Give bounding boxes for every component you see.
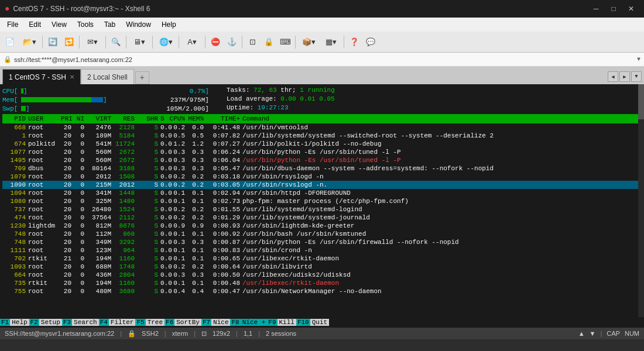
table-row[interactable]: 1077 root 20 0 560M 2672 S 0.0 0.3 0.3 0…: [2, 148, 642, 156]
col-shr-header[interactable]: SHR: [137, 115, 160, 122]
col-pri-header[interactable]: PRI: [61, 115, 74, 122]
toolbar-anchor-button[interactable]: ⚓: [224, 35, 239, 50]
menu-edit[interactable]: Edit: [24, 19, 46, 30]
table-row[interactable]: 1111 root 20 0 123M 964 S 0.0 0.1 0.1 0:…: [2, 246, 642, 254]
toolbar-find2-button[interactable]: 🔁: [61, 35, 77, 50]
addr-dropdown-icon[interactable]: ▼: [637, 56, 640, 63]
toolbar-chat-button[interactable]: 💬: [363, 35, 378, 50]
toolbar-search-button[interactable]: 🔍: [108, 35, 124, 50]
table-row[interactable]: 702 rtkit 21 0 194M 1160 S 0.0 0.1 0.1 0…: [2, 254, 642, 263]
cpu: 0.1: [169, 247, 187, 254]
fkey-f1-num[interactable]: F1: [0, 319, 10, 326]
toolbar-keyboard-button[interactable]: ⌨: [278, 35, 293, 50]
status-arrow-up[interactable]: ▲: [578, 330, 585, 337]
menu-tools[interactable]: Tools: [73, 19, 98, 30]
scrollbar[interactable]: [638, 84, 644, 317]
table-row[interactable]: 755 root 20 0 480M 3680 S 0.0 0.4 0.4 0:…: [2, 287, 642, 295]
fkey-f8-num[interactable]: F8: [230, 319, 240, 326]
col-virt-header[interactable]: VIRT: [87, 115, 114, 122]
table-row[interactable]: 1094 root 20 0 341M 1448 S 0.0 0.1 0.1 0…: [2, 189, 642, 197]
tab-nav-next[interactable]: ▶: [619, 71, 630, 82]
toolbar-globe-button[interactable]: 🌐▾: [155, 35, 176, 50]
col-command-header[interactable]: Command: [242, 115, 640, 122]
table-row[interactable]: 1230 lightdm 20 0 812M 8676 S 0.0 0.9 0.…: [2, 222, 642, 230]
toolbar-font-button[interactable]: A▾: [181, 35, 203, 50]
toolbar-help-button[interactable]: ❓: [347, 35, 362, 50]
col-cpu-header[interactable]: CPU%: [169, 115, 187, 122]
toolbar-open-button[interactable]: 📂▾: [19, 35, 40, 50]
menu-window[interactable]: Window: [121, 19, 156, 30]
terminal[interactable]: CPU[ ] 0.7%] Mem[ ] 237M/975M] Swp[ ]: [0, 84, 644, 317]
fkey-f2-num[interactable]: F2: [29, 319, 39, 326]
fkey-f3-num[interactable]: F3: [62, 319, 72, 326]
toolbar-new-button[interactable]: 📄: [2, 35, 18, 50]
table-row[interactable]: 664 root 20 0 436M 2804 S 0.0 0.3 0.3 0:…: [2, 271, 642, 279]
fkey-f4-num[interactable]: F4: [99, 319, 109, 326]
toolbar-compose-button[interactable]: ✉▾: [82, 35, 103, 50]
menu-tab[interactable]: Tab: [100, 19, 120, 30]
toolbar-lock-button[interactable]: 🔒: [261, 35, 276, 50]
toolbar-find-button[interactable]: 🔄: [45, 35, 60, 50]
col-mem-header[interactable]: MEM%: [187, 115, 206, 122]
tab-nav-prev[interactable]: ◀: [608, 71, 618, 82]
col-time-header[interactable]: TIME+: [206, 115, 242, 122]
table-row[interactable]: 1093 root 20 0 688M 1748 S 0.0 0.2 0.2 0…: [2, 263, 642, 271]
table-row[interactable]: 1080 root 20 0 325M 1480 S 0.0 0.1 0.1 0…: [2, 197, 642, 205]
toolbar-transfer-button[interactable]: 📦▾: [298, 35, 319, 50]
fkey-f7-label[interactable]: Nice: [211, 319, 230, 326]
cpu-pct: 0.7%]: [28, 88, 209, 95]
menu-view[interactable]: View: [47, 19, 71, 30]
col-ni-header[interactable]: NI: [74, 115, 87, 122]
table-row[interactable]: 1 root 20 0 189M 5184 S 0.0 0.5 0.5 0:07…: [2, 132, 642, 140]
table-row[interactable]: 474 root 20 0 37564 2112 S 0.0 0.2 0.2 0…: [2, 214, 642, 222]
s: 0.0: [160, 165, 169, 172]
scrollbar-thumb[interactable]: [638, 84, 644, 119]
fkey-f10-label[interactable]: Quit: [310, 319, 329, 326]
time: 0:00.93: [206, 222, 242, 229]
table-row[interactable]: 735 rtkit 20 0 194M 1160 S 0.0 0.1 0.1 0…: [2, 279, 642, 287]
menu-help[interactable]: Help: [157, 19, 181, 30]
fkey-f9-num[interactable]: F9: [267, 319, 277, 326]
fkey-f1-label[interactable]: Help: [10, 319, 29, 326]
fkey-f4-label[interactable]: Filter: [109, 319, 136, 326]
fkey-f9-label[interactable]: Kill: [278, 319, 296, 326]
ni: 0: [74, 140, 87, 147]
minimize-button[interactable]: ─: [588, 2, 604, 15]
toolbar-panel-button[interactable]: ▦▾: [320, 35, 341, 50]
col-s-header[interactable]: S: [160, 115, 169, 122]
toolbar-resize-button[interactable]: ⊡: [245, 35, 260, 50]
maximize-button[interactable]: □: [605, 2, 622, 15]
table-row[interactable]: 709 dbus 20 0 80164 3188 S 0.0 0.3 0.3 0…: [2, 164, 642, 173]
table-row[interactable]: 748 root 20 0 349M 3292 S 0.0 0.3 0.3 0:…: [2, 238, 642, 246]
table-row[interactable]: 737 root 20 0 26480 1524 S 0.0 0.2 0.2 0…: [2, 205, 642, 214]
tab-centos7-ssh[interactable]: 1 CentOS 7 - SSH ✕: [2, 69, 81, 84]
fkey-f6-num[interactable]: F6: [165, 319, 174, 326]
tab-add-button[interactable]: +: [135, 71, 149, 84]
fkey-f8-label[interactable]: Nice +: [241, 319, 268, 326]
fkey-f2-label[interactable]: Setup: [39, 319, 62, 326]
fkey-f7-num[interactable]: F7: [201, 319, 211, 326]
tab-nav-menu[interactable]: ▼: [631, 71, 642, 82]
fkey-f6-label[interactable]: SortBy: [174, 319, 201, 326]
toolbar-connect-button[interactable]: 🖥▾: [129, 35, 150, 50]
col-pid-header[interactable]: PID: [4, 115, 28, 122]
fkey-f3-label[interactable]: Search: [72, 319, 99, 326]
table-row[interactable]: 1495 root 20 0 560M 2672 S 0.0 0.3 0.3 0…: [2, 156, 642, 164]
tab-local-shell[interactable]: 2 Local Shell: [81, 69, 134, 84]
table-row-highlighted[interactable]: 1090 root 20 0 215M 2012 S 0.0 0.2 0.2 0…: [2, 181, 642, 189]
table-row[interactable]: 668 root 20 0 2476 2128 S 0.0 0.2 0.0 0:…: [2, 123, 642, 132]
address-text[interactable]: ssh://test:****@mysvr1.netsarang.com:22: [14, 56, 132, 63]
col-user-header[interactable]: USER: [28, 115, 61, 122]
table-row[interactable]: 748 root 20 0 112M 860 S 0.0 0.1 0.1 0:0…: [2, 230, 642, 238]
tab1-close[interactable]: ✕: [70, 74, 74, 80]
table-row[interactable]: 674 polkitd 20 0 541M 11724 S 0.0 1.2 1.…: [2, 140, 642, 148]
close-button[interactable]: ✕: [623, 2, 639, 15]
col-res-header[interactable]: RES: [114, 115, 137, 122]
menu-file[interactable]: File: [2, 19, 23, 30]
fkey-f10-num[interactable]: F10: [296, 319, 310, 326]
fkey-f5-label[interactable]: Tree: [146, 319, 165, 326]
fkey-f5-num[interactable]: F5: [135, 319, 145, 326]
table-row[interactable]: 1079 root 20 0 2012 1508 S 0.0 0.2 0.2 0…: [2, 173, 642, 181]
toolbar-stop-button[interactable]: ⛔: [208, 35, 223, 50]
status-arrow-down[interactable]: ▼: [590, 330, 596, 337]
